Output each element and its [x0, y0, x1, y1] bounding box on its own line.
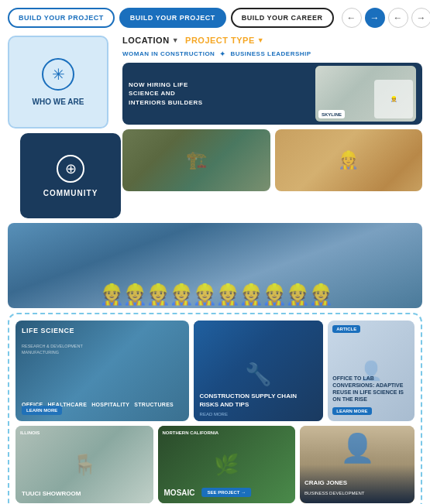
- community-card[interactable]: ⊕ COMMUNITY: [20, 133, 121, 218]
- mosaic-title: MOSAIC: [164, 489, 195, 497]
- who-we-are-card[interactable]: ✳ WHO WE ARE: [8, 36, 108, 129]
- project-types-card[interactable]: LIFE SCIENCE Research & Development Manu…: [15, 321, 189, 421]
- group-photo-section: 👷👷👷👷👷👷👷👷👷👷: [8, 223, 422, 308]
- tag-woman-construction[interactable]: WOMAN IN CONSTRUCTION: [122, 50, 215, 57]
- filter-row: LOCATION ▼ PROJECT TYPE ▼: [122, 36, 422, 45]
- tag-row: WOMAN IN CONSTRUCTION ✦ BUSINESS LEADERS…: [122, 50, 422, 58]
- hospitality-label: HOSPITALITY: [91, 402, 129, 407]
- bottom-section: LIFE SCIENCE Research & Development Manu…: [8, 313, 422, 504]
- sub-label-text-2: Manufacturing: [22, 350, 83, 355]
- who-we-are-label: WHO WE ARE: [33, 97, 84, 107]
- tag-business-leadership[interactable]: BUSINESS LEADERSHIP: [230, 50, 311, 57]
- supply-chain-card[interactable]: 🔧 CONSTRUCTION SUPPLY CHAIN RISKS AND TI…: [194, 321, 324, 421]
- next-arrow-1[interactable]: →: [365, 8, 385, 28]
- mosaic-card[interactable]: 🌿 NORTHERN CALIFORNIA MOSAIC SEE PROJECT…: [158, 426, 296, 503]
- community-icon: ⊕: [57, 155, 84, 183]
- construction-image-1[interactable]: 🏗️: [122, 129, 270, 191]
- tag-separator-icon: ✦: [219, 50, 225, 58]
- person-title: BUSINESS DEVELOPMENT: [304, 491, 410, 495]
- supply-chain-title: CONSTRUCTION SUPPLY CHAIN RISKS AND TIPS: [200, 393, 318, 409]
- hiring-banner-image: 👷 SKYLINE: [315, 66, 416, 122]
- article-card[interactable]: ARTICLE 👤 OFFICE TO LAB CONVERSIONS: ADA…: [328, 321, 415, 421]
- prev-arrow-2[interactable]: ←: [388, 8, 408, 28]
- construction-worker-image[interactable]: 👷: [275, 129, 423, 191]
- top-cards-row: LIFE SCIENCE Research & Development Manu…: [15, 321, 415, 421]
- supply-chain-subtitle: READ MORE: [200, 412, 228, 417]
- hiring-banner[interactable]: NOW HIRING LIFE SCIENCE AND INTERIORS BU…: [122, 63, 422, 125]
- article-title: OFFICE TO LAB CONVERSIONS: ADAPTIVE REUS…: [332, 375, 410, 403]
- tuuci-showroom-card[interactable]: 🪑 ILLINOIS TUUCI SHOWROOM: [15, 426, 153, 503]
- person-card[interactable]: 👤 CRAIG JONES BUSINESS DEVELOPMENT: [300, 426, 415, 503]
- skyline-logo: SKYLINE: [318, 110, 345, 118]
- mosaic-location: NORTHERN CALIFORNIA: [163, 430, 219, 435]
- tuuci-title: TUUCI SHOWROOM: [22, 490, 81, 497]
- top-nav: BUILD YOUR PROJECT BUILD YOUR PROJECT BU…: [8, 8, 422, 28]
- tuuci-location: ILLINOIS: [20, 430, 40, 435]
- project-type-filter[interactable]: PROJECT TYPE ▼: [185, 36, 264, 45]
- sub-labels: Research & Development Manufacturing: [22, 344, 83, 355]
- main-container: BUILD YOUR PROJECT BUILD YOUR PROJECT BU…: [0, 0, 430, 504]
- hiring-text-area: NOW HIRING LIFE SCIENCE AND INTERIORS BU…: [129, 81, 315, 107]
- person-name: CRAIG JONES: [304, 479, 410, 486]
- structures-label: STRUCTURES: [134, 402, 174, 407]
- next-arrow-2[interactable]: →: [411, 8, 430, 28]
- see-project-btn[interactable]: SEE PROJECT →: [201, 488, 251, 497]
- project-type-chevron-icon: ▼: [257, 36, 264, 44]
- article-learn-more-btn[interactable]: LEARN MORE: [332, 407, 371, 415]
- bottom-cards-row: 🪑 ILLINOIS TUUCI SHOWROOM 🌿 NORTHERN CAL…: [15, 426, 415, 503]
- location-chevron-icon: ▼: [172, 36, 179, 44]
- hiring-text: NOW HIRING LIFE SCIENCE AND INTERIORS BU…: [129, 81, 206, 107]
- sub-label-text: Research & Development: [22, 344, 83, 348]
- group-photo[interactable]: 👷👷👷👷👷👷👷👷👷👷: [8, 223, 422, 308]
- left-column: ✳ WHO WE ARE ⊕ COMMUNITY: [8, 36, 116, 218]
- content-area: ✳ WHO WE ARE ⊕ COMMUNITY LOCATION ▼ PROJ…: [8, 36, 422, 218]
- community-label: COMMUNITY: [43, 189, 98, 197]
- build-project-btn-1[interactable]: BUILD YOUR PROJECT: [8, 8, 115, 28]
- learn-more-btn-1[interactable]: LEARN MORE: [22, 406, 62, 415]
- build-career-btn[interactable]: BUILD YOUR CAREER: [231, 8, 334, 28]
- right-column: LOCATION ▼ PROJECT TYPE ▼ WOMAN IN CONST…: [122, 36, 422, 218]
- prev-arrow-1[interactable]: ←: [342, 8, 362, 28]
- small-images-row: 🏗️ 👷: [122, 129, 422, 191]
- location-filter[interactable]: LOCATION ▼: [122, 36, 179, 45]
- asterisk-icon: ✳: [42, 58, 74, 91]
- life-science-label: LIFE SCIENCE: [22, 327, 74, 334]
- build-project-btn-2[interactable]: BUILD YOUR PROJECT: [119, 8, 226, 28]
- nav-arrows: ← → ← → 🔍: [342, 8, 430, 28]
